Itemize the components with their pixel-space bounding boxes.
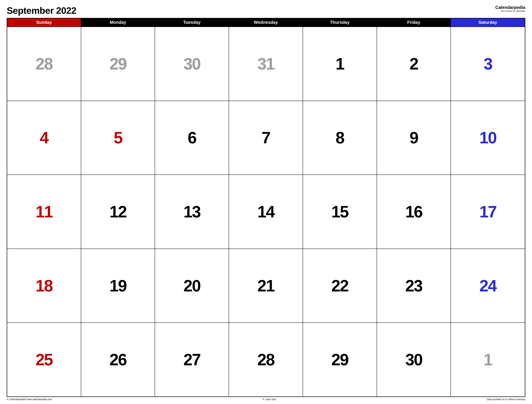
page-title: September 2022 [7,5,76,16]
calendar-cell: 12 [81,174,155,249]
calendar-cell: 3 [451,27,525,101]
calendar-cell: 17 [451,174,525,249]
calendar-cell: 10 [451,101,525,175]
brand-tagline: Your source for calendars [495,10,525,12]
footer-holiday: 5: Labor Day [52,398,487,401]
calendar-cell: 25 [7,322,81,397]
calendar-cell: 13 [155,174,229,249]
brand-name: Calendarpedia [495,5,525,10]
calendar-cell: 2 [377,27,451,101]
calendar-cell: 9 [377,101,451,175]
calendar-cell: 29 [303,322,377,397]
brand-block: Calendarpedia Your source for calendars [495,5,525,12]
weekday-header-wednesday: Wednesday [229,19,303,27]
weekday-header-tuesday: Tuesday [155,19,229,27]
calendar-cell: 28 [229,322,303,397]
calendar-cell: 31 [229,27,303,101]
weekday-header-friday: Friday [377,19,451,27]
calendar-cell: 24 [451,249,525,323]
weekday-header-thursday: Thursday [303,19,377,27]
calendar-cell: 20 [155,249,229,323]
calendar-cell: 29 [81,27,155,101]
calendar-cell: 4 [7,101,81,175]
header: September 2022 Calendarpedia Your source… [7,5,525,16]
calendar-cell: 16 [377,174,451,249]
calendar-cell: 26 [81,322,155,397]
calendar-cell: 5 [81,101,155,175]
weekday-header-row: Sunday Monday Tuesday Wednesday Thursday… [7,19,525,27]
calendar-cell: 21 [229,249,303,323]
calendar-cell: 30 [155,27,229,101]
calendar-cell: 27 [155,322,229,397]
calendar-grid: 2829303112345678910111213141516171819202… [7,27,525,397]
calendar-cell: 1 [451,322,525,397]
calendar-cell: 28 [7,27,81,101]
calendar-cell: 18 [7,249,81,323]
calendar-cell: 19 [81,249,155,323]
footer-copyright: © Calendarpedia® www.calendarpedia.com [7,398,52,401]
calendar-cell: 7 [229,101,303,175]
weekday-header-monday: Monday [81,19,155,27]
footer-warranty: Data provided 'as is' without warranty [487,398,525,401]
weekday-header-sunday: Sunday [7,19,81,27]
calendar-cell: 8 [303,101,377,175]
calendar-cell: 6 [155,101,229,175]
calendar-cell: 11 [7,174,81,249]
calendar-cell: 30 [377,322,451,397]
calendar-cell: 1 [303,27,377,101]
footer: © Calendarpedia® www.calendarpedia.com 5… [7,397,525,401]
calendar-cell: 14 [229,174,303,249]
weekday-header-saturday: Saturday [451,19,525,27]
calendar-cell: 22 [303,249,377,323]
calendar-cell: 15 [303,174,377,249]
calendar: Sunday Monday Tuesday Wednesday Thursday… [7,18,525,397]
calendar-cell: 23 [377,249,451,323]
